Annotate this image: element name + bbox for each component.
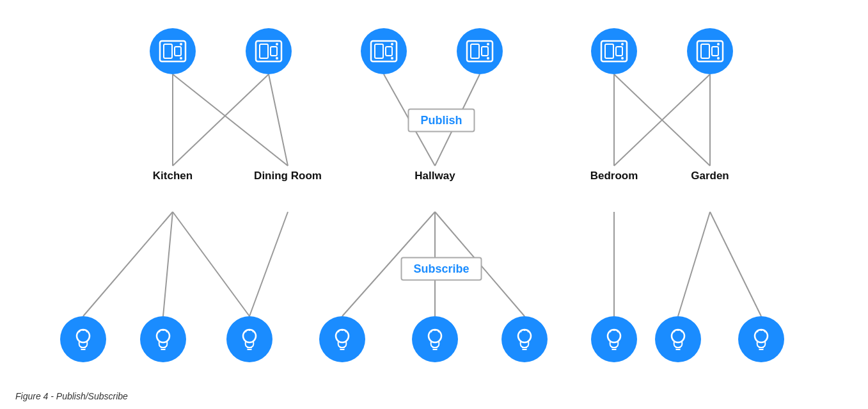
- svg-line-55: [79, 332, 81, 333]
- bulb-node-4: [319, 316, 365, 362]
- bulb-node-9: [738, 316, 784, 362]
- switch-node-5: [591, 28, 637, 74]
- svg-line-84: [528, 332, 529, 333]
- svg-line-78: [438, 332, 439, 333]
- svg-line-54: [86, 332, 88, 333]
- subscribe-label: Subscribe: [413, 262, 469, 275]
- svg-point-48: [717, 43, 720, 45]
- subscribe-callout: Subscribe: [400, 257, 482, 281]
- svg-line-85: [521, 332, 522, 333]
- svg-rect-37: [482, 47, 488, 56]
- switch-node-2: [246, 28, 292, 74]
- room-label-bedroom: Bedroom: [590, 170, 638, 182]
- bulb-node-7: [591, 316, 637, 362]
- svg-line-73: [338, 332, 340, 333]
- publish-label: Publish: [420, 114, 462, 127]
- svg-point-33: [391, 43, 393, 45]
- bulb-node-1: [60, 316, 106, 362]
- svg-line-8: [614, 74, 710, 166]
- svg-line-7: [614, 74, 710, 166]
- svg-rect-46: [701, 44, 709, 58]
- svg-line-13: [249, 212, 288, 316]
- figure-caption: Figure 4 - Publish/Subscribe: [15, 391, 128, 401]
- svg-rect-31: [375, 44, 383, 58]
- svg-line-1: [173, 74, 288, 166]
- svg-rect-21: [164, 44, 172, 58]
- svg-point-49: [717, 57, 720, 60]
- room-label-kitchen: Kitchen: [153, 170, 193, 182]
- svg-point-38: [487, 43, 489, 45]
- svg-point-24: [180, 57, 182, 60]
- diagram-container: Publish Kitchen Dining Room Hallway Bedr…: [0, 0, 868, 409]
- room-label-garden: Garden: [691, 170, 729, 182]
- svg-line-3: [269, 74, 288, 166]
- svg-line-10: [83, 212, 173, 316]
- svg-line-19: [710, 212, 761, 316]
- svg-rect-47: [712, 47, 718, 56]
- bulb-node-6: [501, 316, 548, 362]
- bulb-node-5: [412, 316, 458, 362]
- svg-line-90: [617, 332, 619, 333]
- svg-line-60: [166, 332, 168, 333]
- bulb-node-8: [655, 316, 701, 362]
- publish-callout: Publish: [407, 109, 475, 132]
- svg-point-43: [621, 43, 624, 45]
- svg-rect-27: [271, 47, 277, 56]
- svg-line-79: [431, 332, 432, 333]
- switch-node-4: [457, 28, 503, 74]
- bulb-node-2: [140, 316, 186, 362]
- bulb-node-3: [226, 316, 272, 362]
- svg-line-102: [764, 332, 766, 333]
- svg-rect-36: [471, 44, 479, 58]
- svg-rect-26: [260, 44, 268, 58]
- svg-line-67: [246, 332, 247, 333]
- svg-point-44: [621, 57, 624, 60]
- svg-point-29: [276, 57, 278, 60]
- svg-line-12: [173, 212, 249, 316]
- svg-point-23: [180, 43, 182, 45]
- svg-line-103: [757, 332, 759, 333]
- switch-node-6: [687, 28, 733, 74]
- svg-line-66: [253, 332, 254, 333]
- svg-line-96: [681, 332, 683, 333]
- svg-line-72: [345, 332, 347, 333]
- switch-node-1: [150, 28, 196, 74]
- svg-line-2: [173, 74, 269, 166]
- svg-line-11: [163, 212, 173, 316]
- svg-line-97: [674, 332, 675, 333]
- room-label-hallway: Hallway: [414, 170, 455, 182]
- svg-rect-32: [386, 47, 392, 56]
- svg-rect-22: [175, 47, 181, 56]
- svg-line-18: [678, 212, 710, 316]
- switch-node-3: [361, 28, 407, 74]
- room-label-dining: Dining Room: [254, 170, 322, 182]
- svg-point-34: [391, 57, 393, 60]
- svg-point-39: [487, 57, 489, 60]
- svg-line-61: [159, 332, 161, 333]
- svg-rect-41: [605, 44, 613, 58]
- svg-rect-42: [616, 47, 622, 56]
- svg-point-28: [276, 43, 278, 45]
- svg-line-91: [610, 332, 612, 333]
